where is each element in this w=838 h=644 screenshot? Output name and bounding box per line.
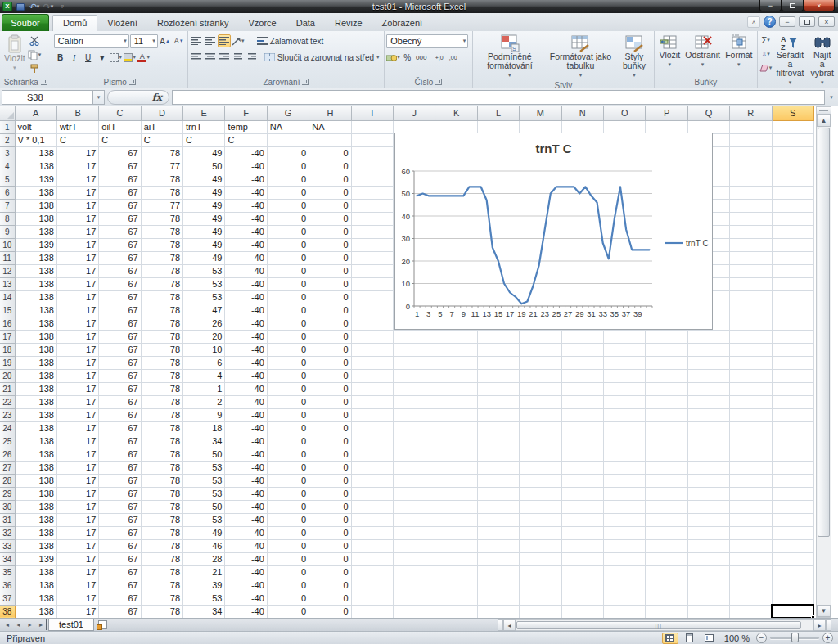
- cell-H16[interactable]: 0: [309, 317, 351, 330]
- cell-G13[interactable]: 0: [267, 277, 309, 290]
- cell-G14[interactable]: 0: [267, 290, 309, 304]
- cell-D32[interactable]: 78: [141, 526, 182, 539]
- cell-L26[interactable]: [477, 448, 519, 461]
- row-header-5[interactable]: 5: [0, 173, 15, 186]
- cell-I32[interactable]: [351, 526, 393, 539]
- alignment-dialog-launcher[interactable]: [302, 79, 309, 85]
- zoom-in-button[interactable]: +: [822, 633, 833, 643]
- cell-R38[interactable]: [730, 605, 772, 618]
- cell-C10[interactable]: 67: [99, 238, 141, 251]
- name-box[interactable]: S38: [2, 90, 93, 105]
- cell-J28[interactable]: [394, 474, 435, 487]
- cell-I16[interactable]: [351, 317, 393, 330]
- cell-K28[interactable]: [435, 474, 477, 487]
- cell-B10[interactable]: 17: [56, 238, 98, 251]
- cell-I11[interactable]: [351, 251, 393, 264]
- cell-I37[interactable]: [351, 592, 393, 605]
- cell-H35[interactable]: 0: [309, 565, 351, 579]
- cell-R24[interactable]: [730, 421, 772, 435]
- border-button[interactable]: ▾: [110, 51, 123, 64]
- cell-Q17[interactable]: [687, 330, 729, 343]
- cell-H25[interactable]: 0: [309, 435, 351, 448]
- cell-B24[interactable]: 17: [56, 421, 98, 435]
- cell-I1[interactable]: [351, 120, 393, 133]
- cell-H10[interactable]: 0: [309, 238, 351, 251]
- cell-D27[interactable]: 78: [141, 461, 182, 474]
- cell-S31[interactable]: [772, 513, 813, 526]
- cell-R36[interactable]: [730, 579, 772, 592]
- cell-M32[interactable]: [520, 526, 561, 539]
- cell-E29[interactable]: 53: [183, 487, 225, 500]
- cell-N34[interactable]: [561, 552, 603, 565]
- cell-I31[interactable]: [351, 513, 393, 526]
- cell-R13[interactable]: [730, 277, 772, 290]
- cell-A16[interactable]: 138: [15, 317, 56, 330]
- cell-C2[interactable]: C: [99, 133, 141, 146]
- zoom-slider[interactable]: [770, 637, 819, 639]
- cell-N36[interactable]: [561, 579, 603, 592]
- cell-J30[interactable]: [394, 500, 435, 513]
- cell-Q30[interactable]: [687, 500, 729, 513]
- cell-E17[interactable]: 20: [183, 330, 225, 343]
- cell-N18[interactable]: [561, 343, 603, 356]
- cell-Q24[interactable]: [687, 421, 729, 435]
- cell-E18[interactable]: 10: [183, 343, 225, 356]
- cell-P34[interactable]: [646, 552, 687, 565]
- increase-indent-button[interactable]: [246, 51, 259, 64]
- cell-I25[interactable]: [351, 435, 393, 448]
- cell-D10[interactable]: 78: [141, 238, 182, 251]
- copy-button[interactable]: ▾: [28, 48, 42, 61]
- cell-H20[interactable]: 0: [309, 369, 351, 382]
- normal-view-button[interactable]: [662, 633, 678, 644]
- cell-B29[interactable]: 17: [56, 487, 98, 500]
- cell-R26[interactable]: [730, 448, 772, 461]
- cell-D38[interactable]: 78: [141, 605, 182, 618]
- column-header-F[interactable]: F: [225, 106, 267, 120]
- column-header-I[interactable]: I: [351, 106, 393, 120]
- cell-I24[interactable]: [351, 421, 393, 435]
- cell-Q29[interactable]: [687, 487, 729, 500]
- cell-E26[interactable]: 50: [183, 448, 225, 461]
- row-header-12[interactable]: 12: [0, 264, 15, 277]
- cell-K35[interactable]: [435, 565, 477, 579]
- increase-decimal-button[interactable]: +,0: [433, 51, 446, 64]
- cell-P35[interactable]: [646, 565, 687, 579]
- clear-button[interactable]: ▾: [759, 61, 773, 74]
- cell-H15[interactable]: 0: [309, 304, 351, 317]
- grow-font-button[interactable]: A▲: [159, 34, 172, 47]
- cell-S24[interactable]: [772, 421, 813, 435]
- cell-C11[interactable]: 67: [99, 251, 141, 264]
- cell-S15[interactable]: [772, 304, 813, 317]
- cell-J33[interactable]: [394, 539, 435, 552]
- cell-A21[interactable]: 138: [15, 382, 56, 395]
- cell-O27[interactable]: [603, 461, 645, 474]
- cell-G23[interactable]: 0: [267, 408, 309, 421]
- align-left-button[interactable]: [190, 51, 203, 64]
- cell-F25[interactable]: -40: [225, 435, 267, 448]
- cell-J29[interactable]: [394, 487, 435, 500]
- cell-J24[interactable]: [394, 421, 435, 435]
- cell-L32[interactable]: [477, 526, 519, 539]
- insert-cells-button[interactable]: Vložit▾: [656, 33, 683, 76]
- font-color-button[interactable]: A▾: [137, 51, 151, 64]
- cell-D9[interactable]: 78: [141, 225, 182, 238]
- cell-L28[interactable]: [477, 474, 519, 487]
- cell-A31[interactable]: 138: [15, 513, 56, 526]
- cell-L20[interactable]: [477, 369, 519, 382]
- cell-I30[interactable]: [351, 500, 393, 513]
- cell-B3[interactable]: 17: [56, 146, 98, 160]
- cell-C38[interactable]: 67: [99, 605, 141, 618]
- prev-sheet-icon[interactable]: ◂: [13, 619, 24, 630]
- cell-E20[interactable]: 4: [183, 369, 225, 382]
- cell-A22[interactable]: 138: [15, 395, 56, 408]
- cell-H12[interactable]: 0: [309, 264, 351, 277]
- cell-H38[interactable]: 0: [309, 605, 351, 618]
- cell-B11[interactable]: 17: [56, 251, 98, 264]
- cell-F16[interactable]: -40: [225, 317, 267, 330]
- cell-G31[interactable]: 0: [267, 513, 309, 526]
- cell-I34[interactable]: [351, 552, 393, 565]
- cell-S9[interactable]: [772, 225, 813, 238]
- cell-M23[interactable]: [520, 408, 561, 421]
- cell-G35[interactable]: 0: [267, 565, 309, 579]
- cell-M28[interactable]: [520, 474, 561, 487]
